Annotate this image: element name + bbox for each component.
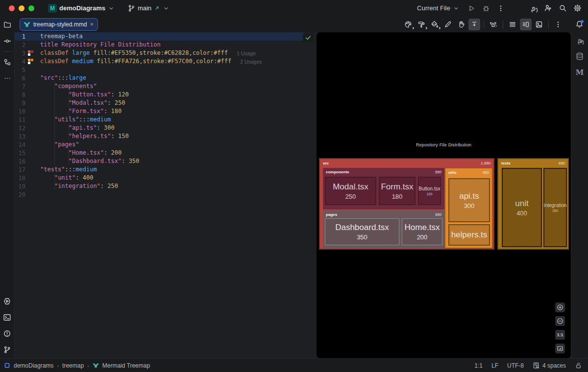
close-window-button[interactable] (9, 5, 15, 11)
breadcrumb-node[interactable]: Mermaid Treemap (102, 362, 150, 369)
code-line-1[interactable]: 1treemap-beta (15, 32, 304, 41)
commit-tool-window-button[interactable] (1, 35, 13, 47)
code-line-15[interactable]: 15 "Home.tsx": 200 (15, 149, 304, 157)
project-icon: M (48, 4, 57, 13)
treemap-node-pages: pages550Dashboard.tsx350Home.tsx200 (323, 210, 444, 248)
color-scheme-button[interactable] (402, 19, 414, 30)
project-widget[interactable]: M demoDiagrams (45, 3, 118, 14)
zoom-in-button[interactable] (555, 302, 565, 312)
maximize-window-button[interactable] (28, 5, 34, 11)
usage-hint[interactable]: 1 Usage (237, 50, 256, 56)
ide-window: M demoDiagrams main Current File (0, 0, 588, 372)
pan-mode-button[interactable] (455, 19, 467, 30)
git-tool-window-button[interactable] (1, 344, 13, 355)
tab-close-icon[interactable]: × (90, 21, 94, 27)
code-line-13[interactable]: 13 "helpers.ts": 150 (15, 132, 304, 140)
problems-tool-window-button[interactable] (1, 327, 13, 339)
code-text: "api.ts": 300 (38, 124, 115, 132)
code-line-5[interactable]: 5 (15, 66, 304, 74)
mermaid-chart-tool-window-button[interactable]: M (574, 67, 586, 78)
code-line-20[interactable]: 20 (15, 190, 304, 199)
zoom-reset-button[interactable]: 1:1 (555, 330, 565, 340)
statusbar: demoDiagrams › treemap › Mermaid Treemap… (0, 358, 588, 372)
treemap-leaf-label: helpers.ts (451, 230, 488, 240)
split-view-button[interactable] (520, 19, 532, 30)
treemap-section-label: pages (326, 212, 337, 217)
code-line-6[interactable]: 6"src":::large (15, 74, 304, 82)
search-everywhere-icon[interactable] (557, 2, 568, 14)
breadcrumb-project[interactable]: demoDiagrams (14, 362, 53, 369)
code-line-8[interactable]: 8 "Button.tsx": 120 (15, 91, 304, 99)
preview-more-options-button[interactable] (552, 19, 564, 30)
code-with-me-icon[interactable] (542, 2, 554, 14)
color-preview-swatches[interactable] (28, 50, 34, 56)
ai-assistant-icon[interactable] (527, 2, 539, 14)
mermaid-node-icon (93, 362, 99, 369)
treemap-leaf-label: Button.tsx (418, 186, 440, 191)
code-line-19[interactable]: 19 "integration": 250 (15, 182, 304, 190)
encoding-widget[interactable]: UTF-8 (507, 362, 524, 369)
code-line-17[interactable]: 17"tests":::medium (15, 165, 304, 174)
code-line-10[interactable]: 10 "Form.tsx": 180 (15, 107, 304, 116)
terminal-tool-window-button[interactable] (1, 311, 13, 323)
run-button[interactable] (466, 2, 477, 14)
treemap-node-integration: integration250 (543, 168, 567, 247)
edit-mode-button[interactable] (442, 19, 454, 30)
code-line-18[interactable]: 18 "unit": 400 (15, 174, 304, 182)
chevron-down-icon (453, 5, 460, 12)
tab-treemap-styled[interactable]: treemap-styled.mmd × (20, 18, 98, 31)
editor-only-view-button[interactable] (507, 19, 518, 30)
code-line-16[interactable]: 16 "Dashboard.tsx": 350 (15, 157, 304, 165)
breadcrumb-folder[interactable]: treemap (62, 362, 84, 369)
line-separator-widget[interactable]: LF (491, 362, 498, 369)
run-tool-window-button[interactable] (1, 295, 13, 307)
more-actions-button[interactable] (495, 2, 507, 14)
project-tool-window-button[interactable] (1, 19, 13, 30)
color-preview-swatches[interactable] (28, 59, 34, 64)
vcs-widget[interactable]: main (124, 3, 172, 13)
line-number: 14 (15, 141, 25, 148)
debug-button[interactable] (480, 2, 492, 14)
zoom-out-button[interactable] (555, 316, 565, 326)
inspections-ok-icon (305, 34, 312, 41)
notifications-bell-icon[interactable] (573, 19, 585, 30)
code-line-9[interactable]: 9 "Modal.tsx": 250 (15, 99, 304, 107)
file-lock-icon[interactable] (575, 362, 582, 369)
treemap-section-label: utils (448, 170, 456, 175)
paint-roller-button[interactable] (416, 19, 427, 30)
run-configuration-selector[interactable]: Current File (414, 3, 463, 13)
treemap-leaf-value: 120 (427, 192, 433, 196)
code-text: "Home.tsx": 200 (38, 149, 122, 157)
code-line-4[interactable]: 4classDef medium fill:#FFA726,stroke:#F5… (15, 57, 304, 66)
code-text: treemap-beta (38, 32, 83, 41)
more-tool-windows-button[interactable] (1, 72, 13, 84)
preview-only-view-button[interactable] (533, 19, 545, 30)
caret-position-widget[interactable]: 1:1 (474, 362, 483, 369)
mermaid-help-button[interactable]: ? (488, 19, 499, 30)
fit-content-button[interactable] (555, 344, 565, 353)
diagram-preview[interactable]: Repository File Distribution src1,650com… (317, 32, 571, 358)
inspections-status-widget[interactable] (303, 33, 314, 42)
gutter: 19 (15, 183, 38, 190)
structure-tool-window-button[interactable] (1, 56, 13, 68)
scroll-sync-button[interactable] (468, 19, 480, 30)
code-line-12[interactable]: 12 "api.ts": 300 (15, 124, 304, 132)
usage-hint[interactable]: 2 Usages (240, 59, 262, 65)
code-line-3[interactable]: 3classDef large fill:#EF5350,stroke:#C62… (15, 49, 304, 57)
preview-zoom-controls: 1:1 (555, 302, 565, 353)
indent-widget[interactable]: 4 spaces (533, 362, 566, 369)
database-tool-window-button[interactable] (574, 50, 586, 62)
code-line-7[interactable]: 7 "components" (15, 82, 304, 91)
treemap-node-unit: unit400 (502, 168, 542, 247)
code-line-2[interactable]: 2title Repository File Distribution (15, 41, 304, 49)
code-line-11[interactable]: 11 "utils":::medium (15, 116, 304, 124)
paint-bucket-button[interactable] (429, 19, 441, 30)
gutter: 18 (15, 175, 38, 182)
code-editor[interactable]: 1treemap-beta2title Repository File Dist… (15, 32, 317, 358)
settings-gear-icon[interactable] (571, 2, 583, 14)
line-number: 8 (15, 92, 25, 98)
ai-chat-tool-window-button[interactable] (574, 34, 586, 46)
minimize-window-button[interactable] (19, 5, 24, 11)
treemap-node-Button.tsx: Button.tsx120 (418, 177, 441, 205)
code-line-14[interactable]: 14 "pages" (15, 140, 304, 149)
